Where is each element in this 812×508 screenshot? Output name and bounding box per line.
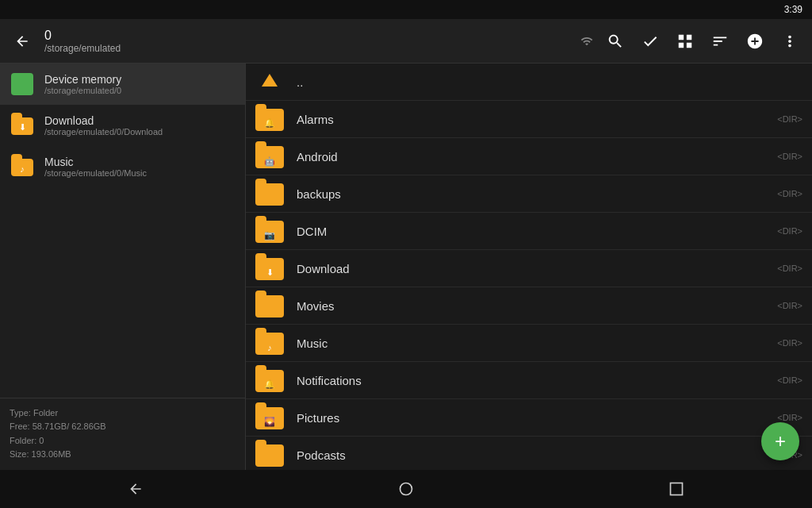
android-dir: <DIR> xyxy=(777,152,802,161)
file-item-dcim[interactable]: 📷 DCIM <DIR> xyxy=(246,213,812,250)
pictures-name: Pictures xyxy=(297,411,771,425)
toolbar-title: 0 xyxy=(44,29,580,43)
file-item-parent[interactable]: .. xyxy=(246,64,812,101)
pictures-folder-icon: 🌄 xyxy=(255,406,284,429)
nav-bar xyxy=(0,470,812,508)
signal-icon xyxy=(580,35,593,48)
download-folder-icon: ⬇ xyxy=(10,113,35,138)
pictures-dir: <DIR> xyxy=(777,413,802,422)
music-name: Music xyxy=(297,337,771,350)
backups-folder-icon xyxy=(255,182,284,206)
alarms-folder-icon: 🔔 xyxy=(255,107,284,131)
nav-recent-button[interactable] xyxy=(653,473,700,505)
file-list: .. 🔔 Alarms <DIR> 🤖 Android <DIR> xyxy=(246,64,812,470)
back-button[interactable] xyxy=(6,25,38,57)
music-folder-icon-list: ♪ xyxy=(255,331,284,355)
up-arrow-icon xyxy=(262,74,278,87)
movies-name: Movies xyxy=(297,299,771,313)
movies-folder-icon xyxy=(255,294,284,318)
device-memory-icon xyxy=(10,71,35,97)
signal-area xyxy=(580,35,593,48)
svg-rect-1 xyxy=(671,483,683,495)
search-button[interactable] xyxy=(599,25,631,57)
alarms-name: Alarms xyxy=(297,113,771,126)
info-folder: Folder: 0 xyxy=(10,434,236,448)
toolbar-title-area: 0 /storage/emulated xyxy=(38,29,580,54)
info-type: Type: Folder xyxy=(10,406,236,421)
grid-button[interactable] xyxy=(669,25,701,57)
notifications-folder-icon: 🔔 xyxy=(255,368,284,392)
dcim-folder-icon: 📷 xyxy=(255,219,284,243)
music-dir: <DIR> xyxy=(777,338,802,348)
sidebar-item-device-memory[interactable]: Device memory /storage/emulated/0 xyxy=(0,64,245,105)
sidebar-text-music: Music /storage/emulated/0/Music xyxy=(44,156,147,178)
file-item-download[interactable]: ⬇ Download <DIR> xyxy=(246,250,812,287)
file-item-notifications[interactable]: 🔔 Notifications <DIR> xyxy=(246,362,812,399)
file-item-backups[interactable]: backups <DIR> xyxy=(246,175,812,213)
toolbar-subtitle: /storage/emulated xyxy=(44,43,580,54)
toolbar-actions xyxy=(580,25,806,57)
file-item-movies[interactable]: Movies <DIR> xyxy=(246,287,812,325)
file-item-podcasts[interactable]: Podcasts <DIR> xyxy=(246,437,812,470)
sort-button[interactable] xyxy=(704,25,736,57)
info-size: Size: 193.06MB xyxy=(10,448,236,462)
search-icon xyxy=(607,33,624,50)
file-item-pictures[interactable]: 🌄 Pictures <DIR> xyxy=(246,399,812,437)
status-bar: 3:39 xyxy=(0,0,812,19)
svg-point-0 xyxy=(400,483,412,495)
parent-dir-name: .. xyxy=(297,75,802,89)
parent-dir-icon xyxy=(255,70,284,94)
backups-name: backups xyxy=(297,187,771,201)
add-button[interactable] xyxy=(739,25,771,57)
sidebar-text-download: Download /storage/emulated/0/Download xyxy=(44,114,163,137)
nav-recent-icon xyxy=(668,481,684,497)
toolbar: 0 /storage/emulated xyxy=(0,19,812,64)
dcim-name: DCIM xyxy=(297,225,771,238)
more-button[interactable] xyxy=(774,25,806,57)
checkmark-button[interactable] xyxy=(634,25,666,57)
download-dir: <DIR> xyxy=(777,264,802,273)
add-circle-icon xyxy=(746,33,764,50)
file-item-android[interactable]: 🤖 Android <DIR> xyxy=(246,138,812,175)
backups-dir: <DIR> xyxy=(777,189,802,198)
file-item-music[interactable]: ♪ Music <DIR> xyxy=(246,325,812,362)
movies-dir: <DIR> xyxy=(777,301,802,310)
fab-plus-icon: + xyxy=(775,430,786,452)
back-icon xyxy=(14,33,30,49)
fab-add-button[interactable]: + xyxy=(761,422,799,460)
nav-home-button[interactable] xyxy=(382,473,430,505)
sort-icon xyxy=(711,33,729,50)
main-content: Device memory /storage/emulated/0 ⬇ Down… xyxy=(0,64,812,470)
sidebar-item-download[interactable]: ⬇ Download /storage/emulated/0/Download xyxy=(0,105,245,146)
sidebar-item-music[interactable]: ♪ Music /storage/emulated/0/Music xyxy=(0,146,245,187)
alarms-dir: <DIR> xyxy=(777,114,802,124)
sidebar-items: Device memory /storage/emulated/0 ⬇ Down… xyxy=(0,64,245,398)
notifications-dir: <DIR> xyxy=(777,375,802,385)
download-folder-icon-list: ⬇ xyxy=(255,256,284,280)
music-folder-icon: ♪ xyxy=(10,154,35,179)
podcasts-name: Podcasts xyxy=(297,448,771,462)
podcasts-folder-icon xyxy=(255,443,284,467)
nav-back-icon xyxy=(128,481,144,497)
checkmark-icon xyxy=(642,33,659,50)
nav-home-icon xyxy=(398,481,414,497)
android-folder-icon: 🤖 xyxy=(255,144,284,168)
sidebar: Device memory /storage/emulated/0 ⬇ Down… xyxy=(0,64,246,470)
notifications-name: Notifications xyxy=(297,374,771,387)
info-free: Free: 58.71GB/ 62.86GB xyxy=(10,420,236,434)
dcim-dir: <DIR> xyxy=(777,226,802,236)
sidebar-info: Type: Folder Free: 58.71GB/ 62.86GB Fold… xyxy=(0,398,245,470)
download-name: Download xyxy=(297,262,771,275)
status-time: 3:39 xyxy=(784,4,802,15)
grid-icon xyxy=(676,33,694,50)
nav-back-button[interactable] xyxy=(112,473,159,505)
more-icon xyxy=(781,33,799,50)
file-item-alarms[interactable]: 🔔 Alarms <DIR> xyxy=(246,101,812,138)
android-name: Android xyxy=(297,150,771,164)
sidebar-text-device-memory: Device memory /storage/emulated/0 xyxy=(44,73,121,95)
